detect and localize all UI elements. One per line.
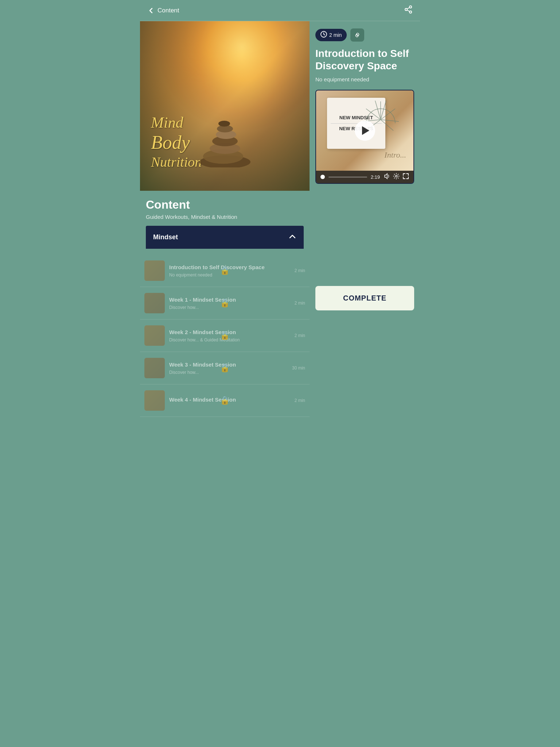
video-subtitle: No equipment needed xyxy=(315,76,414,82)
header-share-icon[interactable] xyxy=(404,5,413,16)
course-thumb-5 xyxy=(144,390,165,411)
video-meta: 2 min xyxy=(315,28,414,42)
svg-point-2 xyxy=(409,11,412,13)
link-badge[interactable] xyxy=(350,28,364,42)
course-thumb-3 xyxy=(144,325,165,346)
course-duration-3: 2 min xyxy=(295,333,305,338)
svg-rect-14 xyxy=(144,293,165,313)
left-column: Mind Body Nutrition Content Guided Worko… xyxy=(140,21,310,417)
lock-icon-3: 🔒 xyxy=(220,331,230,340)
mindset-title: Mindset xyxy=(153,233,178,241)
svg-line-3 xyxy=(407,10,410,12)
main-content: Mind Body Nutrition Content Guided Worko… xyxy=(140,21,420,417)
video-title: Introduction to Self Discovery Space xyxy=(315,47,414,72)
settings-icon[interactable] xyxy=(393,173,400,181)
course-item[interactable]: Week 1 - Mindset Session Discover how...… xyxy=(140,287,310,320)
svg-rect-13 xyxy=(144,260,165,281)
rocks-visual xyxy=(188,94,261,169)
svg-point-0 xyxy=(409,6,412,8)
course-duration-4: 30 min xyxy=(292,365,305,371)
cursive-overlay: Intro... xyxy=(384,150,406,160)
course-thumb-1 xyxy=(144,260,165,281)
complete-section: COMPLETE xyxy=(315,184,414,310)
header-left[interactable]: Content xyxy=(147,7,179,14)
course-duration-1: 2 min xyxy=(295,268,305,273)
header-title: Content xyxy=(158,7,179,14)
progress-dot xyxy=(320,175,325,179)
course-thumb-4 xyxy=(144,358,165,378)
video-player[interactable]: NEW MINDSET NEW RESULTS xyxy=(315,90,414,184)
control-icons xyxy=(384,173,409,181)
right-column: 2 min Introduction to Self Discovery Spa… xyxy=(310,21,420,417)
clock-icon xyxy=(320,31,327,39)
course-item[interactable]: Week 2 - Mindset Session Discover how...… xyxy=(140,320,310,352)
lock-icon-5: 🔒 xyxy=(220,396,230,405)
lock-icon-1: 🔒 xyxy=(220,266,230,275)
svg-point-1 xyxy=(405,8,407,11)
svg-point-11 xyxy=(218,121,230,127)
svg-line-26 xyxy=(375,101,381,120)
content-section: Content Guided Workouts, Mindset & Nutri… xyxy=(140,191,310,255)
course-item[interactable]: Week 3 - Mindset Session Discover how...… xyxy=(140,352,310,384)
hero-image: Mind Body Nutrition xyxy=(140,21,310,191)
lock-icon-2: 🔒 xyxy=(220,298,230,308)
complete-button[interactable]: COMPLETE xyxy=(315,286,414,310)
course-thumb-2 xyxy=(144,293,165,313)
course-duration-2: 2 min xyxy=(295,301,305,306)
duration-label: 2 min xyxy=(329,32,342,38)
content-title: Content xyxy=(146,198,304,212)
svg-line-22 xyxy=(381,120,393,131)
back-icon[interactable] xyxy=(147,7,155,14)
svg-rect-17 xyxy=(144,390,165,411)
lock-icon-4: 🔒 xyxy=(220,363,230,373)
course-duration-5: 2 min xyxy=(295,398,305,403)
svg-line-4 xyxy=(407,8,410,9)
video-controls: 2:19 xyxy=(316,171,413,183)
play-triangle-icon xyxy=(362,126,369,135)
time-display: 2:19 xyxy=(371,174,380,180)
course-list: Introduction to Self Discovery Space No … xyxy=(140,255,310,417)
svg-point-28 xyxy=(396,175,397,177)
course-item[interactable]: Introduction to Self Discovery Space No … xyxy=(140,255,310,287)
header: Content xyxy=(140,0,420,21)
video-thumbnail[interactable]: NEW MINDSET NEW RESULTS xyxy=(316,90,413,171)
time-badge: 2 min xyxy=(315,29,347,41)
svg-line-21 xyxy=(381,120,399,121)
svg-rect-16 xyxy=(144,358,165,378)
volume-icon[interactable] xyxy=(384,173,390,181)
fullscreen-icon[interactable] xyxy=(402,173,409,181)
chevron-up-icon xyxy=(288,232,296,242)
mindset-header[interactable]: Mindset xyxy=(146,226,304,249)
content-subtitle: Guided Workouts, Mindset & Nutrition xyxy=(146,214,304,220)
progress-bar[interactable] xyxy=(328,177,367,178)
course-item[interactable]: Week 4 - Mindset Session 🔒 2 min xyxy=(140,384,310,417)
play-button[interactable] xyxy=(355,120,375,141)
svg-rect-15 xyxy=(144,325,165,346)
svg-line-27 xyxy=(381,101,386,120)
